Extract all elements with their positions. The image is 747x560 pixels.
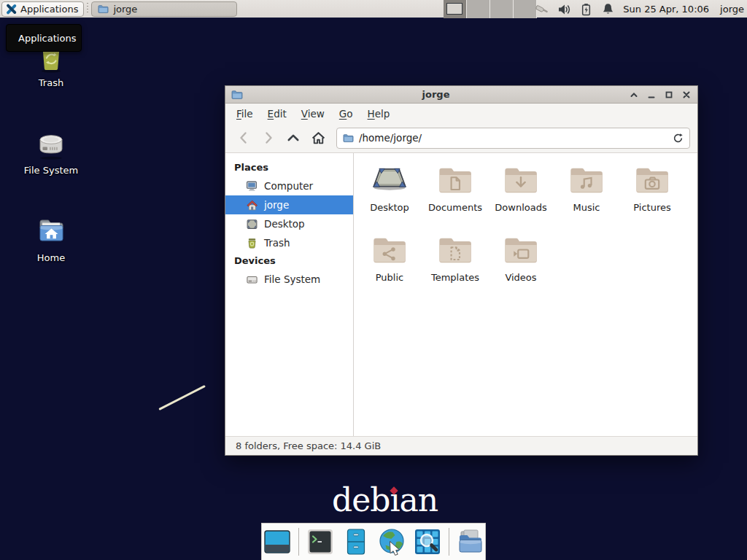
folder-icon (343, 133, 354, 144)
home-button[interactable] (307, 127, 329, 149)
pictures-folder-icon (633, 163, 671, 197)
bell-icon[interactable] (601, 2, 615, 16)
harddrive-icon (34, 125, 69, 160)
trash-icon (246, 237, 258, 249)
file-item-templates[interactable]: Templates (422, 229, 488, 299)
stray-line-artifact (158, 385, 206, 411)
web-browser-icon[interactable] (377, 527, 406, 556)
file-item-label: Downloads (495, 202, 546, 213)
workspace-2[interactable] (467, 0, 490, 18)
user-home-icon (246, 199, 258, 211)
file-cabinet-icon[interactable] (341, 527, 371, 556)
file-item-documents[interactable]: Documents (422, 159, 488, 229)
terminal-icon[interactable] (306, 527, 335, 556)
statusbar-text: 8 folders, Free space: 14.4 GiB (236, 440, 381, 451)
file-item-downloads[interactable]: Downloads (488, 159, 554, 229)
up-button[interactable] (282, 127, 304, 149)
desktop-icon-home[interactable]: Home (0, 213, 102, 263)
tool-icon[interactable] (535, 2, 549, 16)
taskbar-window-button[interactable]: jorge (91, 1, 237, 17)
system-tray: Sun 25 Apr, 10:06 jorge (535, 0, 744, 18)
workspace-switcher (444, 0, 537, 18)
sidebar-item-file-system[interactable]: File System (225, 270, 353, 289)
file-item-pictures[interactable]: Pictures (619, 159, 685, 229)
logo-text: deb (332, 481, 390, 518)
sidebar-item-trash[interactable]: Trash (225, 233, 353, 252)
sidebar-item-label: Computer (264, 180, 313, 192)
window-icon[interactable] (263, 527, 292, 556)
file-item-desktop[interactable]: Desktop (357, 159, 422, 229)
sidebar-item-label: Desktop (264, 218, 305, 230)
path-input[interactable] (359, 132, 667, 144)
workspace-4[interactable] (514, 0, 537, 18)
desktop-icon (246, 218, 258, 230)
back-button[interactable] (233, 127, 255, 149)
file-manager-window: jorge File Edit View Go Help (225, 85, 698, 456)
applications-menu-icon (5, 3, 18, 15)
menu-view[interactable]: View (295, 106, 331, 122)
window-icon (231, 89, 243, 101)
menubar: File Edit View Go Help (225, 104, 697, 123)
sidebar-item-desktop[interactable]: Desktop (225, 214, 353, 233)
file-item-label: Desktop (370, 202, 409, 213)
applications-tooltip: Applications (6, 24, 82, 52)
statusbar: 8 folders, Free space: 14.4 GiB (225, 436, 697, 455)
shade-button[interactable] (629, 90, 639, 100)
folder-icon[interactable] (456, 527, 485, 556)
file-item-label: Documents (428, 202, 482, 213)
sidebar-item-label: jorge (264, 199, 289, 211)
file-grid: Desktop Documents Downloads Music Pictur… (354, 153, 697, 436)
tooltip-text: Applications (18, 33, 76, 44)
maximize-button[interactable] (664, 90, 674, 100)
path-bar[interactable] (336, 128, 690, 149)
reload-button[interactable] (673, 133, 684, 144)
applications-menu-label: Applications (20, 4, 78, 15)
menu-file[interactable]: File (230, 106, 260, 122)
panel-separator (85, 3, 90, 15)
volume-icon[interactable] (557, 2, 571, 16)
file-item-videos[interactable]: Videos (488, 229, 554, 299)
dock-separator (449, 528, 449, 556)
minimize-button[interactable] (646, 90, 657, 100)
battery-icon[interactable] (579, 2, 593, 16)
sidebar: Places Computer (225, 153, 354, 436)
sidebar-item-jorge[interactable]: jorge (225, 195, 353, 214)
sidebar-item-computer[interactable]: Computer (225, 176, 353, 195)
file-item-label: Videos (505, 272, 536, 283)
window-titlebar[interactable]: jorge (225, 86, 697, 104)
taskbar-window-label: jorge (113, 4, 137, 15)
menu-edit[interactable]: Edit (261, 106, 293, 122)
workspace-3[interactable] (490, 0, 514, 18)
dock-panel (261, 523, 486, 560)
panel-username[interactable]: jorge (720, 4, 744, 15)
sidebar-item-label: Trash (264, 237, 290, 249)
panel-clock[interactable]: Sun 25 Apr, 10:06 (623, 4, 709, 15)
desktop-icon-label: Trash (0, 77, 102, 88)
workspace-1[interactable] (444, 0, 467, 18)
templates-folder-icon (436, 233, 474, 267)
desktop-icon-label: Home (0, 252, 102, 263)
file-item-music[interactable]: Music (554, 159, 619, 229)
desktop-folder-icon (371, 163, 409, 197)
desktop-icon-label: File System (0, 165, 102, 176)
close-button[interactable] (681, 90, 692, 100)
menu-go[interactable]: Go (333, 106, 360, 122)
toolbar (225, 123, 697, 153)
computer-icon (246, 180, 258, 192)
app-finder-icon[interactable] (413, 527, 442, 556)
file-item-label: Public (376, 272, 403, 283)
folder-icon (98, 4, 109, 15)
workspace-window-preview (446, 3, 462, 15)
music-folder-icon (568, 163, 605, 197)
window-title: jorge (243, 89, 629, 100)
menu-help[interactable]: Help (361, 106, 397, 122)
logo-text: an (399, 481, 438, 518)
forward-button[interactable] (258, 127, 279, 149)
file-item-public[interactable]: Public (357, 229, 422, 299)
documents-folder-icon (436, 163, 474, 197)
dock-separator (298, 528, 299, 556)
desktop-icon-file-system[interactable]: File System (0, 125, 102, 176)
applications-menu-button[interactable]: Applications (1, 1, 84, 17)
drive-icon (246, 273, 258, 286)
downloads-folder-icon (502, 163, 540, 197)
